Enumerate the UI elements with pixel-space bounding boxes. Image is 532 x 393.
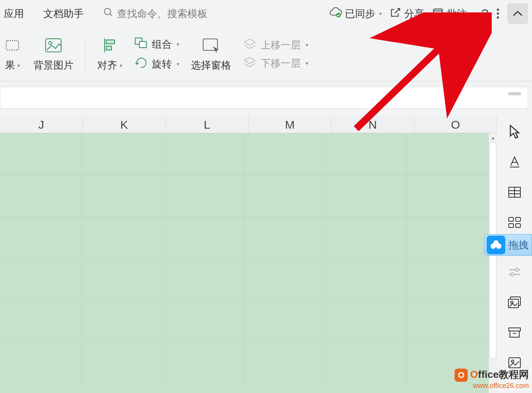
- svg-point-27: [511, 273, 514, 276]
- table-button[interactable]: [506, 184, 523, 201]
- bg-image-label: 背景图片: [33, 59, 74, 72]
- svg-rect-34: [509, 358, 520, 368]
- col-header[interactable]: K: [83, 116, 166, 133]
- svg-point-25: [515, 268, 518, 271]
- gallery-button[interactable]: [506, 294, 523, 311]
- svg-rect-14: [139, 41, 146, 48]
- more-menu-button[interactable]: [496, 8, 499, 19]
- search-placeholder: 查找命令、搜索模板: [117, 7, 208, 21]
- comments-label: 批注: [447, 7, 467, 21]
- svg-rect-8: [46, 39, 61, 52]
- chevron-down-icon: ▾: [379, 10, 382, 17]
- svg-rect-11: [106, 40, 115, 44]
- chevron-down-icon: ▾: [120, 62, 122, 69]
- search-box[interactable]: 查找命令、搜索模板: [103, 7, 208, 21]
- chevron-down-icon: ▾: [17, 62, 20, 69]
- chevron-up-icon: [512, 10, 523, 17]
- text-style-button[interactable]: [506, 153, 523, 171]
- svg-rect-12: [106, 46, 112, 50]
- group-label: 组合: [152, 38, 172, 51]
- watermark: OOffice教程网 www.office26.com: [455, 368, 529, 390]
- share-icon: [390, 7, 401, 21]
- rotate-label: 旋转: [152, 57, 172, 71]
- chevron-down-icon: ▾: [471, 10, 474, 17]
- comments-button[interactable]: 批注 ▾: [432, 7, 474, 21]
- col-header[interactable]: N: [331, 116, 414, 133]
- grid-apps-icon: [508, 216, 522, 229]
- rotate-button[interactable]: 旋转 ▾: [134, 57, 179, 72]
- layer-stack: 上移一层 ▾ 下移一层 ▾: [243, 38, 308, 70]
- svg-rect-32: [510, 331, 519, 337]
- svg-rect-7: [6, 41, 19, 50]
- align-icon: [101, 36, 119, 55]
- select-pane-label: 选择窗格: [191, 59, 231, 72]
- svg-rect-21: [516, 217, 520, 221]
- select-pane-button[interactable]: 选择窗格: [191, 36, 231, 72]
- archive-icon: [508, 327, 522, 338]
- formula-bar[interactable]: [0, 87, 528, 109]
- top-bar-left: 应用 文档助手 查找命令、搜索模板: [4, 7, 208, 21]
- tab-doc-assistant[interactable]: 文档助手: [43, 7, 84, 21]
- align-label: 对齐: [97, 59, 117, 72]
- search-icon: [103, 7, 114, 21]
- sliders-icon: [508, 267, 522, 278]
- watermark-badge-icon: O: [455, 369, 468, 382]
- drag-tab-label: 拖拽: [508, 238, 529, 252]
- scroll-up-arrow-icon[interactable]: ▴: [489, 133, 497, 142]
- cursor-icon: [508, 124, 521, 139]
- sync-status[interactable]: 已同步 ▾: [329, 7, 382, 21]
- separator: [85, 35, 86, 74]
- text-a-icon: [508, 155, 522, 169]
- picture-icon: [508, 357, 522, 369]
- more-vertical-icon: [496, 8, 499, 19]
- svg-rect-22: [509, 224, 513, 228]
- col-header[interactable]: L: [166, 116, 249, 133]
- sync-status-label: 已同步: [345, 7, 375, 21]
- chevron-down-icon: ▾: [305, 60, 308, 66]
- cursor-tool-button[interactable]: [506, 123, 523, 140]
- column-headers: J K L M N O: [0, 116, 497, 133]
- effect-button[interactable]: 果▾: [3, 36, 22, 72]
- table-icon: [508, 186, 522, 198]
- watermark-o: O: [470, 369, 478, 380]
- group-button[interactable]: 组合 ▾: [134, 37, 179, 52]
- svg-point-0: [105, 8, 111, 14]
- col-header[interactable]: M: [249, 116, 331, 133]
- select-pane-icon: [202, 36, 220, 55]
- spreadsheet-area: J K L M N O ▴: [0, 116, 497, 393]
- help-button[interactable]: ?: [481, 6, 489, 21]
- svg-line-1: [110, 14, 112, 16]
- svg-point-9: [49, 41, 52, 45]
- chevron-down-icon: ▾: [177, 61, 179, 67]
- archive-button[interactable]: [506, 324, 523, 341]
- move-down-label: 下移一层: [261, 57, 301, 70]
- chevron-down-icon: ▾: [305, 42, 308, 48]
- collapse-ribbon-button[interactable]: [507, 3, 528, 24]
- apps-button[interactable]: [506, 214, 523, 231]
- share-button[interactable]: 分享: [390, 7, 424, 21]
- gallery-icon: [507, 296, 522, 309]
- layer-down-icon: [243, 57, 257, 70]
- bg-image-button[interactable]: 背景图片: [33, 36, 74, 72]
- svg-point-6: [497, 16, 499, 19]
- watermark-title: ffice教程网: [478, 369, 529, 380]
- col-header[interactable]: O: [414, 116, 497, 133]
- grid-body[interactable]: [0, 133, 489, 393]
- svg-rect-31: [509, 328, 520, 331]
- settings-slider-button[interactable]: [506, 264, 523, 281]
- tab-app-use[interactable]: 应用: [4, 7, 24, 21]
- move-up-button[interactable]: 上移一层 ▾: [243, 38, 308, 52]
- align-button[interactable]: 对齐▾: [97, 36, 122, 72]
- grid-wrapper: J K L M N O ▴: [0, 116, 497, 393]
- svg-point-5: [497, 12, 499, 15]
- layer-up-icon: [243, 38, 257, 52]
- group-icon: [134, 37, 148, 52]
- col-header[interactable]: J: [0, 116, 83, 133]
- svg-point-38: [493, 240, 499, 246]
- move-down-button[interactable]: 下移一层 ▾: [243, 57, 308, 70]
- svg-rect-23: [516, 224, 520, 228]
- svg-point-4: [497, 9, 499, 11]
- vertical-scrollbar[interactable]: ▴: [489, 133, 497, 393]
- group-rotate-stack: 组合 ▾ 旋转 ▾: [134, 37, 179, 72]
- cloud-drag-tab[interactable]: 拖拽: [484, 234, 532, 256]
